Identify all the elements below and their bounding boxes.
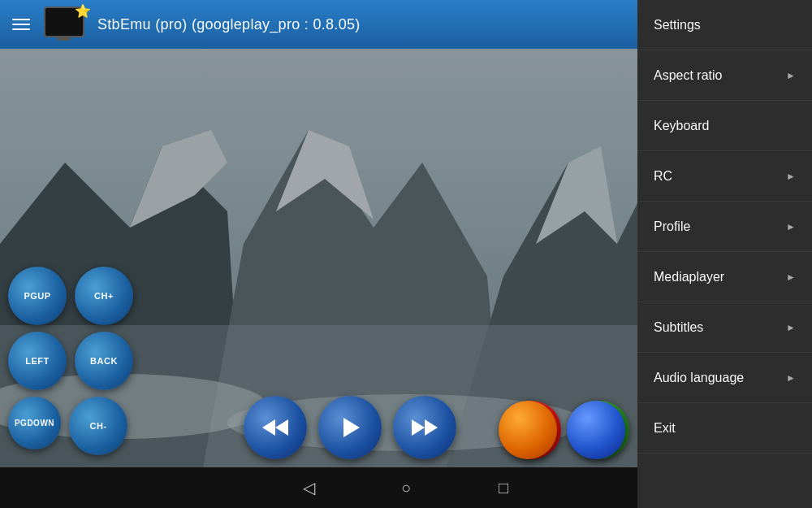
- menu-item-settings[interactable]: Settings: [637, 0, 812, 50]
- app-logo: ⭐: [44, 7, 88, 42]
- header-bar: ⭐ StbEmu (pro) (googleplay_pro : 0.8.05): [0, 0, 637, 49]
- recents-nav-button[interactable]: □: [487, 471, 520, 504]
- home-nav-button[interactable]: ○: [390, 471, 422, 504]
- orange-button[interactable]: [499, 401, 557, 459]
- pgup-button[interactable]: PGUP: [8, 267, 67, 325]
- menu-item-keyboard[interactable]: Keyboard: [637, 101, 812, 151]
- chplus-button[interactable]: CH+: [75, 267, 133, 325]
- menu-item-aspect-ratio[interactable]: Aspect ratio ►: [637, 50, 812, 101]
- chevron-right-icon: ►: [786, 372, 796, 384]
- control-row-2: LEFT BACK: [8, 332, 203, 390]
- svg-marker-10: [262, 419, 275, 436]
- menu-item-audio-language[interactable]: Audio language ►: [637, 353, 812, 403]
- menu-item-label: Keyboard: [654, 119, 710, 133]
- rewind-button[interactable]: [244, 396, 307, 459]
- menu-item-label: Subtitles: [654, 320, 703, 335]
- context-menu: Settings Aspect ratio ► Keyboard RC ► Pr…: [637, 0, 812, 508]
- chevron-right-icon: ►: [786, 70, 796, 81]
- app-title: StbEmu (pro) (googleplay_pro : 0.8.05): [97, 16, 361, 33]
- control-row-1: PGUP CH+: [8, 267, 203, 325]
- rewind-icon: [261, 416, 290, 439]
- control-row-3: PGDOWN CH-: [8, 397, 203, 455]
- play-button[interactable]: [318, 396, 382, 459]
- chevron-right-icon: ►: [786, 271, 796, 283]
- chminus-button[interactable]: CH-: [69, 397, 127, 455]
- menu-item-label: Mediaplayer: [654, 270, 724, 284]
- pgdown-button[interactable]: PGDOWN: [8, 397, 61, 449]
- control-panel: PGUP CH+ LEFT BACK PGDOWN CH-: [0, 240, 203, 467]
- blue-button[interactable]: [567, 401, 625, 459]
- menu-item-label: Settings: [654, 18, 701, 33]
- menu-button[interactable]: [8, 15, 34, 34]
- svg-marker-14: [425, 419, 438, 436]
- chevron-right-icon: ►: [786, 221, 796, 232]
- left-button[interactable]: LEFT: [8, 332, 67, 390]
- menu-item-mediaplayer[interactable]: Mediaplayer ►: [637, 252, 812, 302]
- menu-item-label: Audio language: [654, 371, 744, 385]
- chevron-right-icon: ►: [786, 171, 796, 182]
- forward-icon: [410, 416, 439, 439]
- star-badge: ⭐: [75, 3, 91, 19]
- menu-item-label: Exit: [654, 421, 676, 436]
- menu-item-label: RC: [654, 169, 672, 184]
- right-color-buttons: [499, 401, 625, 459]
- menu-item-label: Profile: [654, 219, 690, 234]
- menu-item-subtitles[interactable]: Subtitles ►: [637, 302, 812, 353]
- svg-marker-11: [275, 419, 288, 436]
- menu-item-profile[interactable]: Profile ►: [637, 202, 812, 252]
- chevron-right-icon: ►: [786, 322, 796, 333]
- playback-controls: [244, 396, 456, 459]
- forward-button[interactable]: [393, 396, 456, 459]
- svg-marker-13: [412, 419, 425, 436]
- play-icon: [337, 415, 363, 441]
- menu-item-label: Aspect ratio: [654, 68, 722, 83]
- menu-item-rc[interactable]: RC ►: [637, 151, 812, 202]
- svg-marker-12: [343, 418, 360, 437]
- back-nav-button[interactable]: ◁: [292, 471, 325, 504]
- menu-item-exit[interactable]: Exit: [637, 403, 812, 454]
- back-button[interactable]: BACK: [75, 332, 133, 390]
